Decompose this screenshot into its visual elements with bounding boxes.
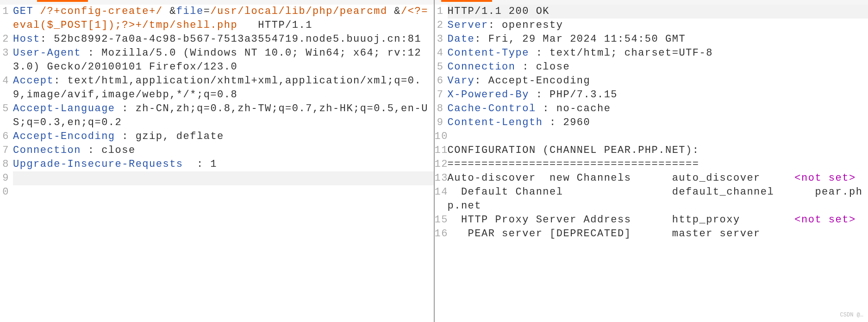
code-token: HTTP Proxy Server Address http_proxy	[448, 214, 795, 226]
code-line[interactable]	[448, 130, 868, 144]
code-token: =====================================	[448, 158, 699, 170]
code-line[interactable]: Connection : close	[448, 60, 868, 74]
code-token: HTTP/1.1	[237, 19, 312, 31]
code-token: Default Channel default_channel pear.php…	[448, 186, 863, 212]
code-token: /usr/local/lib/php/pearcmd	[210, 6, 387, 17]
code-token: : close	[516, 61, 570, 73]
response-editor[interactable]: 12345678910111213141516 HTTP/1.1 200 OKS…	[435, 5, 868, 322]
line-number: 1	[435, 5, 444, 19]
code-line[interactable]: PEAR server [DEPRECATED] master server	[448, 227, 868, 241]
code-token: Connection	[13, 145, 81, 156]
code-token: GET	[13, 6, 33, 17]
code-line[interactable]: =====================================	[448, 158, 868, 171]
response-pane: 12345678910111213141516 HTTP/1.1 200 OKS…	[435, 0, 868, 322]
line-number: 6	[0, 130, 9, 144]
line-number: 10	[435, 130, 444, 144]
code-line[interactable]: GET /?+config-create+/ &file=/usr/local/…	[13, 5, 434, 32]
code-token: Upgrade-Insecure-Requests	[13, 158, 183, 170]
response-code[interactable]: HTTP/1.1 200 OKServer: openrestyDate: Fr…	[446, 5, 868, 322]
code-token: Auto-discover new Channels auto_discover	[448, 172, 795, 184]
code-token	[33, 6, 40, 17]
code-token: : 2960	[543, 117, 590, 128]
code-token: : Fri, 29 Mar 2024 11:54:50 GMT	[475, 33, 686, 45]
code-token: Host	[13, 33, 40, 45]
line-number: 2	[435, 19, 444, 32]
code-line[interactable]: Auto-discover new Channels auto_discover…	[448, 171, 868, 185]
code-token: <not set>	[794, 172, 856, 184]
code-token: /?+config-create+/	[40, 6, 163, 17]
code-token: file	[176, 6, 204, 17]
code-token: : no-cache	[536, 103, 611, 114]
response-tab-strip	[435, 0, 868, 5]
line-number: 4	[435, 46, 444, 60]
line-number: 8	[435, 102, 444, 116]
code-line[interactable]: Host: 52bc8992-7a0a-4c98-b567-7513a35547…	[13, 32, 434, 46]
request-pane: 1234567890 GET /?+config-create+/ &file=…	[0, 0, 435, 322]
code-token: Cache-Control	[448, 103, 536, 114]
response-tab-indicator	[441, 0, 492, 2]
line-number: 11	[435, 144, 444, 158]
code-line[interactable]: X-Powered-By : PHP/7.3.15	[448, 88, 868, 102]
line-number: 4	[0, 74, 9, 102]
line-number: 9	[0, 171, 9, 185]
code-token: : close	[81, 145, 136, 156]
code-line[interactable]: Vary: Accept-Encoding	[448, 74, 868, 88]
code-token: CONFIGURATION (CHANNEL PEAR.PHP.NET):	[448, 145, 699, 156]
request-gutter: 1234567890	[0, 5, 11, 322]
code-line[interactable]: HTTP Proxy Server Address http_proxy <no…	[448, 213, 868, 227]
line-number: 3	[435, 32, 444, 46]
response-gutter: 12345678910111213141516	[435, 5, 446, 322]
code-token: : Accept-Encoding	[475, 75, 590, 87]
code-line[interactable]: Accept-Language : zh-CN,zh;q=0.8,zh-TW;q…	[13, 102, 434, 130]
line-number: 8	[0, 158, 9, 171]
line-number: 12	[435, 158, 444, 171]
code-token: Accept	[13, 75, 54, 87]
code-line[interactable]: Content-Type : text/html; charset=UTF-8	[448, 46, 868, 60]
code-token: Accept-Language	[13, 103, 115, 114]
code-token: : text/html; charset=UTF-8	[529, 47, 713, 59]
line-number: 5	[435, 60, 444, 74]
code-token: =	[204, 6, 211, 17]
code-line[interactable]	[13, 185, 434, 199]
line-number: 7	[435, 88, 444, 102]
request-tab-indicator	[37, 0, 88, 2]
code-token: : PHP/7.3.15	[529, 89, 618, 101]
code-token: : openresty	[488, 19, 563, 31]
line-number: 13	[435, 171, 444, 185]
request-code[interactable]: GET /?+config-create+/ &file=/usr/local/…	[11, 5, 434, 322]
code-line[interactable]: User-Agent : Mozilla/5.0 (Windows NT 10.…	[13, 46, 434, 74]
code-line[interactable]: CONFIGURATION (CHANNEL PEAR.PHP.NET):	[448, 144, 868, 158]
code-line[interactable]: Accept: text/html,application/xhtml+xml,…	[13, 74, 434, 102]
code-token: : 52bc8992-7a0a-4c98-b567-7513a3554719.n…	[40, 33, 421, 45]
code-token: : text/html,application/xhtml+xml,applic…	[13, 75, 421, 101]
code-line[interactable]: Accept-Encoding : gzip, deflate	[13, 130, 434, 144]
code-line[interactable]: Default Channel default_channel pear.php…	[448, 185, 868, 213]
code-token: X-Powered-By	[448, 89, 529, 101]
line-number: 0	[0, 185, 9, 199]
code-line[interactable]: Cache-Control : no-cache	[448, 102, 868, 116]
code-line[interactable]: Date: Fri, 29 Mar 2024 11:54:50 GMT	[448, 32, 868, 46]
watermark: CSDN @…	[840, 312, 863, 318]
code-token: : 1	[183, 158, 218, 170]
code-token: &	[162, 6, 176, 17]
line-number: 15	[435, 213, 444, 227]
code-line[interactable]	[13, 171, 434, 185]
code-line[interactable]: Connection : close	[13, 144, 434, 158]
request-editor[interactable]: 1234567890 GET /?+config-create+/ &file=…	[0, 5, 434, 322]
code-token: Vary	[448, 75, 475, 87]
line-number: 3	[0, 46, 9, 74]
line-number: 14	[435, 185, 444, 213]
code-line[interactable]: Server: openresty	[448, 19, 868, 32]
code-token: Accept-Encoding	[13, 131, 115, 142]
request-tab-strip	[0, 0, 434, 5]
code-line[interactable]: Upgrade-Insecure-Requests : 1	[13, 158, 434, 171]
code-token: &	[387, 6, 401, 17]
code-line[interactable]: HTTP/1.1 200 OK	[448, 5, 868, 19]
code-token: Content-Type	[448, 47, 529, 59]
code-token: Date	[448, 33, 475, 45]
code-line[interactable]: Content-Length : 2960	[448, 116, 868, 130]
code-token: User-Agent	[13, 47, 81, 59]
code-token: : gzip, deflate	[115, 131, 224, 142]
code-token: PEAR server [DEPRECATED] master server	[448, 228, 761, 240]
line-number: 5	[0, 102, 9, 130]
